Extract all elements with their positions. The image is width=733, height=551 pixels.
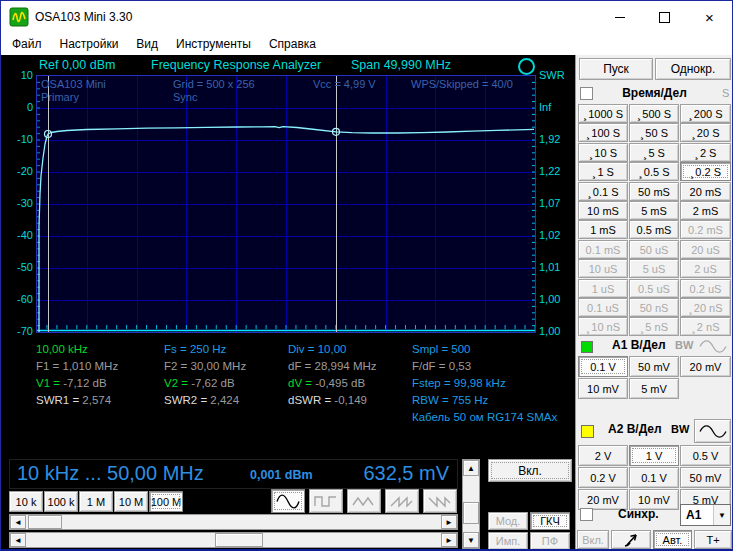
menu-item-4[interactable]: Справка: [260, 33, 325, 55]
timebase-button-0-5-ms[interactable]: 0.5 mS: [629, 220, 679, 239]
band-button-10-m[interactable]: 10 M: [114, 491, 148, 512]
level-scrollbar-thumb[interactable]: [215, 533, 263, 547]
a1-volts-button-50-mv[interactable]: 50 mV: [629, 356, 679, 377]
minimize-button[interactable]: [597, 1, 642, 33]
scroll-down-icon[interactable]: ▼: [463, 532, 479, 548]
mode-button-имп-[interactable]: Имп.: [488, 532, 528, 549]
timebase-button-20-ns[interactable]: ¸20 nS: [680, 298, 731, 317]
timebase-button-0-2-us[interactable]: 0.2 uS: [680, 279, 731, 298]
menu-item-1[interactable]: Настройки: [51, 33, 128, 55]
timebase-button-5-us[interactable]: 5 uS: [629, 259, 679, 278]
maximize-button[interactable]: [642, 1, 687, 33]
close-button[interactable]: ×: [687, 1, 732, 33]
scroll-right-icon[interactable]: ►: [441, 515, 457, 529]
timebase-button-0-1-us[interactable]: 0.1 uS: [578, 298, 628, 317]
scroll-up-icon[interactable]: ▲: [463, 460, 479, 476]
waveform-sine-button[interactable]: [271, 489, 305, 513]
timebase-button-10-s[interactable]: ¸10 S: [578, 143, 628, 162]
a2-volts-button-2-v[interactable]: 2 V: [578, 445, 628, 466]
timebase-button-5-ms[interactable]: 5 mS: [629, 201, 679, 220]
trigger-polarity-button[interactable]: T+: [694, 530, 732, 549]
output-on-button[interactable]: Вкл.: [488, 459, 572, 482]
a2-volts-button-0-2-v[interactable]: 0.2 V: [578, 467, 628, 488]
timebase-button-1-ms[interactable]: 1 mS: [578, 220, 628, 239]
mode-button-пф[interactable]: ПФ: [530, 532, 570, 549]
timebase-button-200-s[interactable]: ¸200 S: [680, 104, 731, 123]
timebase-button-0-1-s[interactable]: ¸0.1 S: [578, 182, 628, 201]
waveform-sawtooth-up-button[interactable]: [385, 489, 419, 513]
a1-volts-button-10-mv[interactable]: 10 mV: [578, 378, 628, 399]
a1-volts-button-5-mv[interactable]: 5 mV: [629, 378, 679, 399]
timebase-button-0-1-ms[interactable]: 0.1 mS: [578, 240, 628, 259]
timebase-button-1-s[interactable]: ¸1 S: [578, 162, 628, 181]
a1-bw-label: BW: [675, 339, 693, 351]
sync-source-select[interactable]: A1 ▼: [680, 504, 731, 526]
fra-plot[interactable]: OSA103 Mini Primary Grid = 500 x 256 Syn…: [36, 75, 536, 333]
sync-checkbox[interactable]: [580, 508, 593, 521]
menu-item-3[interactable]: Инструменты: [167, 33, 260, 55]
timebase-button-50-us[interactable]: 50 uS: [629, 240, 679, 259]
a2-volts-button-1-v[interactable]: 1 V: [629, 445, 679, 466]
auto-trigger-button[interactable]: Авт.: [653, 530, 692, 549]
timebase-button-50-ns[interactable]: 50 nS: [629, 298, 679, 317]
amplitude-scrollbar[interactable]: ▲ ▼: [462, 459, 480, 549]
timebase-button-20-s[interactable]: ¸20 S: [680, 123, 731, 142]
band-button-1-m[interactable]: 1 M: [79, 491, 113, 512]
button-label: 500 S: [642, 108, 671, 120]
db-axis-label: -70: [5, 324, 33, 338]
timebase-button-1000-s[interactable]: ¸1000 S: [578, 104, 628, 123]
amplitude-scrollbar-thumb[interactable]: [463, 502, 479, 524]
timebase-button-2-ms[interactable]: 2 mS: [680, 201, 731, 220]
timebase-button-1-us[interactable]: 1 uS: [578, 279, 628, 298]
timebase-button-2-s[interactable]: ¸2 S: [680, 143, 731, 162]
sync-on-button[interactable]: Вкл.: [577, 530, 609, 549]
trigger-edge-button[interactable]: [611, 530, 651, 549]
button-label: 50 uS: [640, 244, 669, 256]
frequency-range-readout: 10 kHz ... 50,00 MHz: [17, 462, 204, 485]
plot-device-label: OSA103 Mini: [41, 78, 106, 90]
band-button-100-k[interactable]: 100 k: [44, 491, 78, 512]
start-button[interactable]: Пуск: [579, 58, 653, 80]
timebase-button-0-2-ms[interactable]: 0.2 mS: [680, 220, 731, 239]
band-button-100-m[interactable]: 100 M: [149, 491, 183, 512]
a2-volts-button-50-mv[interactable]: 50 mV: [680, 467, 731, 488]
timebase-button-5-ns[interactable]: ¸5 nS: [629, 317, 679, 336]
timebase-button-20-ms[interactable]: 20 mS: [680, 182, 731, 201]
frequency-scrollbar[interactable]: ◄ ►: [9, 514, 458, 530]
frequency-scrollbar-thumb[interactable]: [28, 515, 62, 529]
band-button-10-k[interactable]: 10 k: [9, 491, 43, 512]
scroll-left-icon[interactable]: ◄: [10, 533, 26, 547]
level-scrollbar[interactable]: ◄ ►: [9, 532, 458, 548]
a2-volts-button-0-5-v[interactable]: 0.5 V: [680, 445, 731, 466]
timebase-button-20-us[interactable]: 20 uS: [680, 240, 731, 259]
waveform-sawtooth-down-button[interactable]: [423, 489, 457, 513]
scroll-right-icon[interactable]: ►: [441, 533, 457, 547]
timebase-button-2-us[interactable]: 2 uS: [680, 259, 731, 278]
button-label: 5 nS: [645, 321, 668, 333]
timebase-button-50-ms[interactable]: 50 mS: [629, 182, 679, 201]
timebase-button-2-ns[interactable]: ¸2 nS: [680, 317, 731, 336]
menu-item-2[interactable]: Вид: [127, 33, 167, 55]
button-label: 0.2 V: [590, 472, 616, 484]
timebase-button-50-s[interactable]: ¸50 S: [629, 123, 679, 142]
menu-item-0[interactable]: Файл: [3, 33, 51, 55]
waveform-triangle-button[interactable]: [347, 489, 381, 513]
timebase-button-100-s[interactable]: ¸100 S: [578, 123, 628, 142]
timebase-button-5-s[interactable]: ¸5 S: [629, 143, 679, 162]
a2-bw-button[interactable]: [694, 419, 731, 443]
timebase-button-0-5-s[interactable]: ¸0.5 S: [629, 162, 679, 181]
scroll-left-icon[interactable]: ◄: [10, 515, 26, 529]
mode-button-гкч[interactable]: ГКЧ: [530, 512, 570, 530]
a2-volts-button-0-1-v[interactable]: 0.1 V: [629, 467, 679, 488]
timebase-button-500-s[interactable]: ¸500 S: [629, 104, 679, 123]
timebase-button-0-2-s[interactable]: ¸0.2 S: [680, 162, 731, 181]
timebase-button-0-5-us[interactable]: 0.5 uS: [629, 279, 679, 298]
timebase-button-10-us[interactable]: 10 uS: [578, 259, 628, 278]
a1-volts-button-0-1-v[interactable]: 0.1 V: [578, 356, 628, 377]
single-button[interactable]: Однокр.: [655, 58, 731, 80]
waveform-square-button[interactable]: [309, 489, 343, 513]
timebase-button-10-ms[interactable]: 10 mS: [578, 201, 628, 220]
mode-button-мод-[interactable]: Мод.: [488, 512, 528, 530]
timebase-button-10-ns[interactable]: ¸10 nS: [578, 317, 628, 336]
a1-volts-button-20-mv[interactable]: 20 mV: [680, 356, 731, 377]
